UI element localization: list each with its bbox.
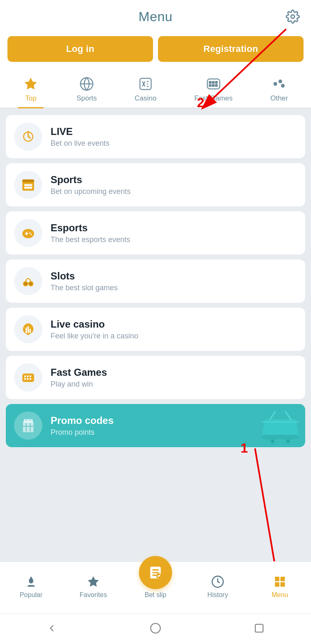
- svg-rect-7: [215, 81, 217, 83]
- history-label: History: [207, 591, 228, 599]
- settings-button[interactable]: [284, 7, 302, 26]
- live-title: LIVE: [51, 126, 109, 137]
- login-button[interactable]: Log in: [7, 36, 153, 62]
- svg-rect-10: [215, 85, 217, 87]
- menu-item-fast-games[interactable]: Fast Games Play and win: [6, 356, 305, 399]
- svg-rect-35: [29, 375, 31, 377]
- sports-title: Sports: [51, 174, 131, 186]
- fast-games-text: Fast Games Play and win: [51, 367, 107, 389]
- menu-item-slots[interactable]: Slots The best slot games: [6, 260, 305, 303]
- tab-sports-label: Sports: [76, 94, 97, 103]
- promo-icon: [20, 418, 36, 433]
- betslip-button[interactable]: [139, 556, 172, 589]
- svg-marker-52: [88, 576, 99, 587]
- svg-rect-6: [212, 81, 214, 83]
- bottom-nav: Popular Favorites Bet slip: [0, 561, 311, 644]
- live-casino-subtitle: Feel like you're in a casino: [51, 332, 138, 340]
- nav-history[interactable]: History: [187, 574, 249, 599]
- svg-point-25: [22, 229, 34, 238]
- nav-favorites[interactable]: Favorites: [62, 574, 124, 599]
- nav-popular[interactable]: Popular: [0, 574, 62, 599]
- svg-point-12: [279, 80, 282, 83]
- svg-rect-32: [22, 374, 34, 382]
- slots-title: Slots: [51, 270, 118, 282]
- slots-icon-wrap: [14, 267, 42, 295]
- svg-point-45: [287, 440, 289, 442]
- svg-point-44: [272, 440, 274, 442]
- esports-icon-wrap: [14, 219, 42, 247]
- live-text: LIVE Bet on live events: [51, 126, 109, 148]
- tab-top-label: Top: [25, 94, 36, 103]
- tab-sports[interactable]: Sports: [71, 73, 102, 108]
- svg-rect-18: [22, 179, 34, 182]
- sports-icon: [79, 76, 95, 92]
- tab-casino[interactable]: Casino: [130, 73, 162, 108]
- slots-subtitle: The best slot games: [51, 284, 118, 292]
- svg-rect-9: [212, 85, 214, 87]
- home-button[interactable]: [147, 620, 164, 637]
- svg-rect-57: [280, 577, 285, 581]
- svg-marker-1: [24, 78, 37, 90]
- slots-text: Slots The best slot games: [51, 270, 118, 292]
- svg-rect-23: [27, 187, 29, 189]
- svg-rect-20: [27, 184, 29, 186]
- menu-list: LIVE Bet on live events Sports: [0, 108, 311, 454]
- live-casino-icon: [20, 321, 36, 337]
- svg-rect-34: [27, 375, 29, 377]
- menu-label: Menu: [272, 591, 288, 599]
- back-button[interactable]: [44, 620, 60, 637]
- slots-icon: [20, 273, 36, 289]
- esports-subtitle: The best esports events: [51, 235, 130, 244]
- bottom-nav-items: Popular Favorites Bet slip: [0, 562, 311, 614]
- auth-buttons-section: Log in Registration: [0, 31, 311, 69]
- favorites-icon: [86, 574, 101, 589]
- svg-point-16: [27, 131, 29, 133]
- svg-point-26: [29, 232, 30, 233]
- popular-icon: [24, 574, 39, 589]
- menu-item-live[interactable]: LIVE Bet on live events: [6, 115, 305, 158]
- svg-point-31: [29, 282, 32, 285]
- register-button[interactable]: Registration: [158, 36, 304, 62]
- tab-top[interactable]: Top: [18, 73, 44, 108]
- svg-point-11: [274, 82, 277, 86]
- esports-title: Esports: [51, 222, 130, 234]
- esports-icon: [20, 225, 36, 241]
- page-title: Menu: [138, 9, 173, 24]
- menu-item-esports[interactable]: Esports The best esports events: [6, 211, 305, 255]
- fast-games-subtitle: Play and win: [51, 380, 107, 389]
- svg-point-0: [291, 15, 295, 19]
- nav-menu[interactable]: Menu: [249, 574, 311, 599]
- svg-rect-41: [262, 435, 299, 439]
- fast-games-title: Fast Games: [51, 367, 107, 378]
- svg-rect-21: [29, 184, 32, 186]
- menu-icon: [272, 574, 287, 589]
- svg-point-60: [151, 623, 160, 633]
- gear-icon: [286, 10, 300, 24]
- menu-grid-icon: [273, 575, 287, 588]
- menu-item-live-casino[interactable]: Live casino Feel like you're in a casino: [6, 308, 305, 351]
- svg-point-30: [24, 282, 27, 285]
- svg-rect-3: [140, 78, 151, 90]
- menu-item-sports[interactable]: Sports Bet on upcoming events: [6, 163, 305, 206]
- svg-rect-5: [209, 81, 211, 83]
- betslip-icon: [148, 565, 163, 580]
- sports-text: Sports Bet on upcoming events: [51, 174, 131, 196]
- nav-betslip[interactable]: Bet slip: [124, 556, 187, 599]
- menu-item-promo[interactable]: Promo codes Promo points: [6, 404, 305, 447]
- recents-button[interactable]: [251, 620, 267, 637]
- tab-other-label: Other: [270, 94, 288, 103]
- live-icon-wrap: [14, 122, 42, 151]
- history-icon: [210, 574, 225, 589]
- svg-rect-38: [29, 378, 31, 380]
- sports-menu-icon: [20, 177, 36, 193]
- tab-fast-games[interactable]: Fast Games: [189, 73, 238, 108]
- fast-games-menu-icon: [20, 370, 36, 385]
- category-tabs: Top Sports Casino: [0, 69, 311, 108]
- live-casino-text: Live casino Feel like you're in a casino: [51, 318, 138, 340]
- promo-icon-wrap: [14, 411, 42, 440]
- svg-rect-8: [209, 85, 211, 87]
- tab-other[interactable]: Other: [265, 73, 293, 108]
- live-subtitle: Bet on live events: [51, 139, 109, 148]
- svg-rect-22: [24, 187, 27, 189]
- svg-rect-37: [27, 378, 29, 380]
